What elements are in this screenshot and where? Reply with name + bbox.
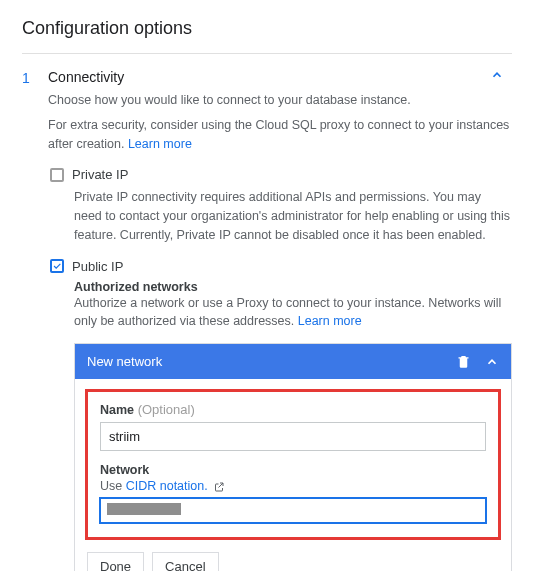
public-ip-option: Public IP Authorized networks Authorize … <box>48 259 512 572</box>
cidr-link[interactable]: CIDR notation. <box>126 479 208 493</box>
done-button[interactable]: Done <box>87 552 144 571</box>
learn-more-link[interactable]: Learn more <box>128 137 192 151</box>
section-desc-2: For extra security, consider using the C… <box>48 116 512 154</box>
private-ip-checkbox[interactable] <box>50 168 64 182</box>
page-title: Configuration options <box>22 18 512 39</box>
cancel-button[interactable]: Cancel <box>152 552 218 571</box>
network-hint: Use CIDR notation. <box>100 479 486 493</box>
redacted-value <box>107 503 181 515</box>
card-collapse-icon[interactable] <box>485 355 499 369</box>
card-title: New network <box>87 354 442 369</box>
collapse-icon[interactable] <box>490 68 512 85</box>
section-title: Connectivity <box>48 69 124 85</box>
auth-learn-more-link[interactable]: Learn more <box>298 314 362 328</box>
public-ip-label: Public IP <box>72 259 123 274</box>
name-field-label: Name <box>100 403 134 417</box>
authorized-networks-desc: Authorize a network or use a Proxy to co… <box>74 294 512 332</box>
private-ip-option: Private IP Private IP connectivity requi… <box>48 167 512 244</box>
private-ip-label: Private IP <box>72 167 128 182</box>
delete-icon[interactable] <box>456 354 471 369</box>
highlight-frame: Name (Optional) Network Use CIDR notatio… <box>85 389 501 540</box>
name-input[interactable] <box>100 422 486 451</box>
external-link-icon <box>213 481 225 493</box>
private-ip-desc: Private IP connectivity requires additio… <box>74 188 512 244</box>
section-desc-1: Choose how you would like to connect to … <box>48 91 512 110</box>
network-input[interactable] <box>100 498 486 523</box>
card-header: New network <box>75 344 511 379</box>
new-network-card: New network Name (Optional) <box>74 343 512 571</box>
network-field-label: Network <box>100 463 486 477</box>
connectivity-section: 1 Connectivity Choose how you would like… <box>22 53 512 571</box>
authorized-networks-heading: Authorized networks <box>74 280 512 294</box>
step-number: 1 <box>22 68 48 571</box>
name-optional-label: (Optional) <box>138 402 195 417</box>
public-ip-checkbox[interactable] <box>50 259 64 273</box>
